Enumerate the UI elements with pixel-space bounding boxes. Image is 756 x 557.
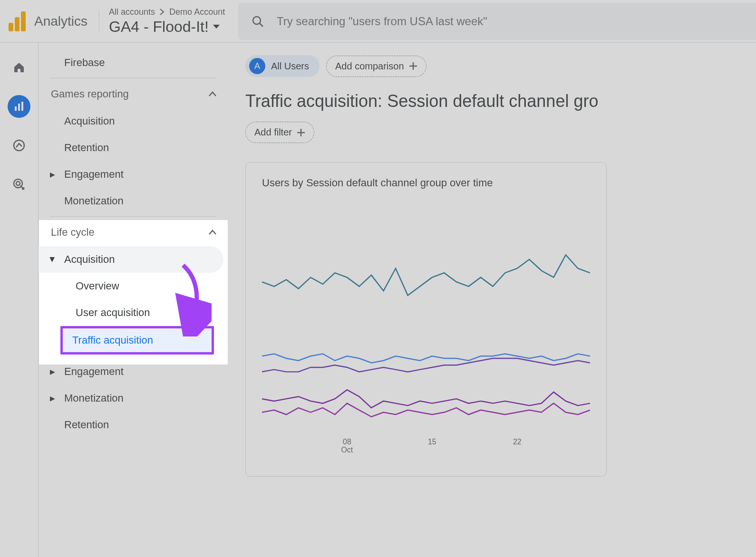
rail-reports[interactable] [8, 95, 30, 118]
comparison-label: All Users [271, 61, 309, 72]
comparison-badge: A [249, 58, 265, 74]
sidebar-item-lc-retention[interactable]: Retention [39, 412, 228, 438]
caret-right-icon: ▶ [50, 394, 55, 402]
sidebar-item-traffic-acquisition[interactable]: Traffic acquisition [60, 326, 214, 355]
logo-text: Analytics [34, 14, 87, 29]
rail-home[interactable] [8, 56, 30, 79]
svg-line-1 [260, 23, 263, 27]
caret-down-icon: ▶ [49, 257, 57, 262]
svg-text:15: 15 [428, 438, 436, 446]
logo-area: Analytics [9, 11, 87, 31]
breadcrumb-accounts: All accounts [109, 7, 155, 17]
svg-text:Oct: Oct [341, 446, 353, 454]
svg-point-5 [14, 140, 24, 151]
svg-rect-4 [21, 102, 23, 111]
divider [99, 11, 99, 32]
item-label: Engagement [64, 168, 124, 181]
breadcrumb-account: Demo Account [169, 7, 225, 17]
sidebar-item-user-acquisition[interactable]: User acquisition [39, 299, 228, 326]
sidebar-section-games[interactable]: Games reporting [39, 80, 228, 108]
breadcrumb: All accounts Demo Account [109, 7, 225, 17]
page-title: Traffic acquisition: Session default cha… [245, 91, 756, 111]
item-label: Acquisition [64, 253, 115, 266]
analytics-logo-icon [9, 11, 26, 31]
sidebar-item-monetization[interactable]: Monetization [39, 188, 228, 214]
sidebar-item-lc-acquisition[interactable]: ▶ Acquisition [39, 246, 223, 273]
main-content: A All Users Add comparison Traffic acqui… [228, 43, 756, 557]
sidebar-item-lc-monetization[interactable]: ▶ Monetization [39, 385, 228, 412]
plus-icon [409, 62, 417, 70]
search-bar[interactable] [238, 3, 756, 40]
bar-chart-icon [13, 101, 25, 112]
caret-right-icon: ▶ [50, 171, 55, 178]
sidebar-item-acquisition[interactable]: Acquisition [39, 108, 228, 134]
nav-rail [0, 43, 38, 557]
chevron-up-icon [208, 91, 217, 97]
header: Analytics All accounts Demo Account GA4 … [0, 0, 756, 43]
sidebar-section-lifecycle[interactable]: Life cycle [39, 219, 228, 246]
item-label: Engagement [64, 365, 124, 378]
rail-advertising[interactable] [8, 173, 30, 196]
divider [50, 78, 217, 78]
section-label: Life cycle [51, 226, 95, 239]
sidebar-item-overview[interactable]: Overview [39, 273, 228, 299]
section-label: Games reporting [51, 88, 129, 100]
svg-point-0 [253, 17, 261, 24]
button-label: Add filter [254, 127, 292, 138]
caret-down-icon [213, 24, 220, 29]
chart-card: Users by Session default channel group o… [245, 162, 607, 477]
divider [50, 216, 217, 217]
add-comparison-button[interactable]: Add comparison [326, 56, 426, 77]
sidebar-item-lc-engagement[interactable]: ▶ Engagement [39, 358, 228, 385]
sidebar-item-retention[interactable]: Retention [39, 134, 228, 161]
button-label: Add comparison [335, 61, 404, 72]
chevron-up-icon [208, 230, 217, 235]
sidebar: Firebase Games reporting Acquisition Ret… [38, 43, 228, 557]
caret-right-icon: ▶ [50, 368, 55, 375]
svg-text:08: 08 [343, 438, 351, 446]
sidebar-item-firebase[interactable]: Firebase [39, 49, 228, 76]
target-icon [12, 178, 26, 191]
line-chart: 081522Oct [262, 203, 590, 460]
add-filter-button[interactable]: Add filter [245, 122, 314, 143]
home-icon [13, 61, 25, 74]
item-label: Monetization [64, 392, 124, 404]
explore-icon [12, 139, 26, 152]
chevron-right-icon [160, 9, 165, 15]
svg-text:22: 22 [513, 438, 522, 446]
svg-rect-3 [18, 104, 20, 111]
search-icon [252, 15, 263, 28]
property-name: GA4 - Flood-It! [109, 18, 209, 36]
rail-explore[interactable] [8, 134, 30, 157]
chart-title: Users by Session default channel group o… [262, 177, 590, 189]
svg-point-7 [16, 182, 20, 185]
account-selector[interactable]: All accounts Demo Account GA4 - Flood-It… [109, 7, 225, 36]
plus-icon [297, 128, 305, 137]
comparison-pill-all-users[interactable]: A All Users [245, 55, 320, 77]
sidebar-item-engagement[interactable]: ▶ Engagement [39, 161, 228, 188]
svg-rect-2 [15, 106, 17, 111]
search-input[interactable] [277, 15, 756, 28]
